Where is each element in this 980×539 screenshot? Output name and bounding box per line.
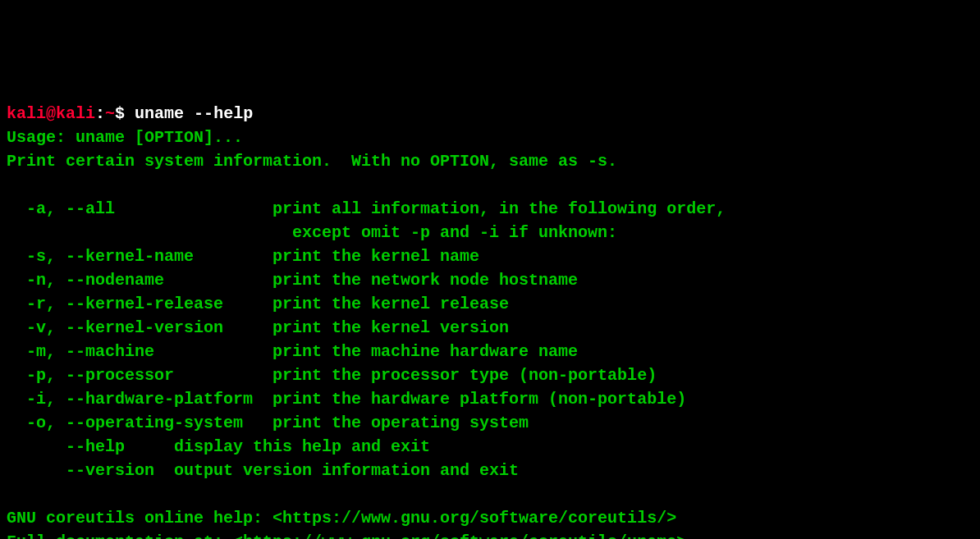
output-description: Print certain system information. With n… <box>7 152 617 171</box>
output-option-nodename: -n, --nodename print the network node ho… <box>7 271 578 290</box>
output-option-version: --version output version information and… <box>7 461 519 480</box>
prompt-line-1: kali@kali:~$ uname --help <box>7 104 253 123</box>
output-footer-online-help: GNU coreutils online help: <https://www.… <box>7 509 676 528</box>
prompt-at: @ <box>46 104 56 123</box>
output-option-processor: -p, --processor print the processor type… <box>7 366 657 385</box>
command-text: uname --help <box>135 104 253 123</box>
output-option-all: -a, --all print all information, in the … <box>7 199 726 218</box>
output-usage: Usage: uname [OPTION]... <box>7 128 243 147</box>
prompt-host: kali <box>56 104 95 123</box>
output-option-kernel-version: -v, --kernel-version print the kernel ve… <box>7 318 509 337</box>
prompt-colon: : <box>95 104 105 123</box>
output-option-kernel-release: -r, --kernel-release print the kernel re… <box>7 295 509 313</box>
output-option-kernel-name: -s, --kernel-name print the kernel name <box>7 247 479 266</box>
output-option-machine: -m, --machine print the machine hardware… <box>7 342 578 361</box>
output-option-help: --help display this help and exit <box>7 437 430 456</box>
prompt-user: kali <box>7 104 46 123</box>
prompt-path: ~ <box>105 104 115 123</box>
output-footer-documentation: Full documentation at: <https://www.gnu.… <box>7 532 686 539</box>
output-option-operating-system: -o, --operating-system print the operati… <box>7 413 529 432</box>
output-option-hardware-platform: -i, --hardware-platform print the hardwa… <box>7 390 686 409</box>
output-option-all-cont: except omit -p and -i if unknown: <box>7 223 617 242</box>
prompt-dollar: $ <box>115 104 125 123</box>
terminal-area[interactable]: kali@kali:~$ uname --help Usage: uname [… <box>7 102 973 539</box>
command-text <box>125 104 135 123</box>
